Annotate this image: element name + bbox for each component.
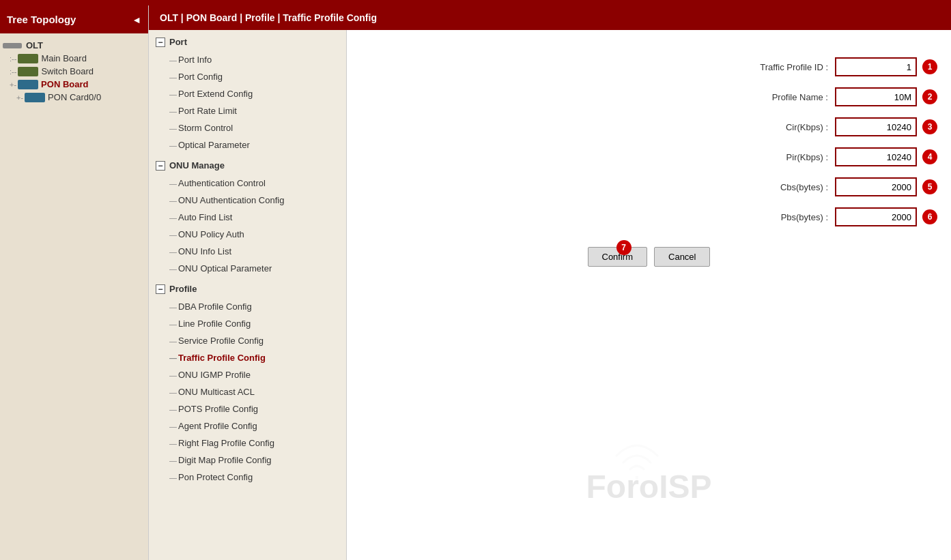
- label-profile-name: Profile Name :: [719, 92, 828, 102]
- sidebar-header: Tree Topology ◄: [0, 5, 148, 33]
- tree-container: OLT :-- Main Board :-- Switch Board +- P…: [0, 33, 148, 560]
- nav-item-onu-auth-config[interactable]: ONU Authentication Config: [149, 192, 346, 209]
- label-cir: Cir(Kbps) :: [719, 122, 828, 132]
- nav-section-port: − Port Port Info Port Config Port Extend…: [149, 33, 346, 153]
- nav-item-traffic-profile[interactable]: Traffic Profile Config: [149, 349, 346, 366]
- collapse-port-icon[interactable]: −: [156, 38, 165, 47]
- tree-item-ponboard[interactable]: +- PON Board: [3, 78, 145, 91]
- tree-label-ponboard: PON Board: [41, 79, 88, 89]
- input-profile-name[interactable]: [835, 87, 917, 106]
- label-traffic-profile-id: Traffic Profile ID :: [719, 62, 828, 72]
- nav-panel: − Port Port Info Port Config Port Extend…: [149, 30, 347, 560]
- nav-section-label-port: Port: [169, 37, 187, 47]
- form-actions: Confirm 7 Cancel: [360, 247, 937, 267]
- tree-label-mainboard: Main Board: [41, 53, 86, 63]
- sidebar: Tree Topology ◄ OLT :-- Main Board :-- S…: [0, 5, 149, 560]
- tree-label-switchboard: Switch Board: [41, 66, 94, 76]
- input-traffic-profile-id[interactable]: [835, 57, 917, 76]
- nav-item-storm-control[interactable]: Storm Control: [149, 119, 346, 136]
- nav-section-label-profile: Profile: [169, 284, 197, 294]
- label-pbs: Pbs(bytes) :: [719, 212, 828, 222]
- tree-label-olt: OLT: [26, 40, 43, 50]
- nav-item-service-profile[interactable]: Service Profile Config: [149, 332, 346, 349]
- nav-item-onu-multicast-acl[interactable]: ONU Multicast ACL: [149, 383, 346, 400]
- collapse-onu-icon[interactable]: −: [156, 161, 165, 171]
- input-cbs[interactable]: [835, 177, 917, 196]
- badge-6: 6: [922, 209, 937, 224]
- nav-item-dba-profile[interactable]: DBA Profile Config: [149, 298, 346, 315]
- badge-4: 4: [922, 149, 937, 164]
- tree-item-poncard[interactable]: +- PON Card0/0: [3, 91, 145, 104]
- input-cir[interactable]: [835, 117, 917, 136]
- nav-item-port-extend-config[interactable]: Port Extend Config: [149, 85, 346, 102]
- nav-section-label-onu-manage: ONU Manage: [169, 160, 225, 171]
- watermark-text: ForoISP: [586, 468, 711, 505]
- tree-item-olt[interactable]: OLT: [3, 39, 145, 52]
- nav-item-onu-policy-auth[interactable]: ONU Policy Auth: [149, 226, 346, 243]
- nav-item-onu-igmp-profile[interactable]: ONU IGMP Profile: [149, 366, 346, 383]
- nav-item-auth-control[interactable]: Authentication Control: [149, 175, 346, 192]
- tree-item-switchboard[interactable]: :-- Switch Board: [3, 65, 145, 78]
- input-pbs[interactable]: [835, 207, 917, 226]
- nav-section-header-port[interactable]: − Port: [149, 33, 346, 51]
- label-cbs: Cbs(bytes) :: [719, 182, 828, 192]
- badge-1: 1: [922, 59, 937, 74]
- tree-label-poncard: PON Card0/0: [48, 92, 101, 102]
- nav-item-line-profile[interactable]: Line Profile Config: [149, 315, 346, 332]
- nav-item-pots-profile[interactable]: POTS Profile Config: [149, 400, 346, 417]
- label-pir: Pir(Kbps) :: [719, 152, 828, 162]
- form-row-profile-name: Profile Name : 2: [360, 87, 937, 106]
- form-row-pbs: Pbs(bytes) : 6: [360, 207, 937, 226]
- nav-item-port-config[interactable]: Port Config: [149, 68, 346, 85]
- nav-item-onu-info-list[interactable]: ONU Info List: [149, 243, 346, 260]
- collapse-profile-icon[interactable]: −: [156, 284, 165, 294]
- nav-section-onu-manage: − ONU Manage Authentication Control ONU …: [149, 156, 346, 277]
- content-area: OLT | PON Board | Profile | Traffic Prof…: [149, 5, 951, 560]
- sidebar-title: Tree Topology: [7, 14, 76, 25]
- form-row-traffic-profile-id: Traffic Profile ID : 1: [360, 57, 937, 76]
- nav-section-header-onu-manage[interactable]: − ONU Manage: [149, 156, 346, 175]
- badge-3: 3: [922, 119, 937, 134]
- form-panel: ForoISP Traffic Profile ID : 1 Profile N…: [347, 30, 951, 560]
- nav-section-header-profile[interactable]: − Profile: [149, 280, 346, 298]
- nav-item-pon-protect[interactable]: Pon Protect Config: [149, 469, 346, 486]
- nav-item-agent-profile[interactable]: Agent Profile Config: [149, 417, 346, 434]
- nav-item-port-info[interactable]: Port Info: [149, 51, 346, 68]
- breadcrumb: OLT | PON Board | Profile | Traffic Prof…: [149, 5, 951, 30]
- input-pir[interactable]: [835, 147, 917, 166]
- watermark-wifi-icon: [610, 442, 664, 485]
- badge-7: 7: [616, 240, 631, 255]
- nav-item-onu-optical-param[interactable]: ONU Optical Parameter: [149, 260, 346, 277]
- nav-section-profile: − Profile DBA Profile Config Line Profil…: [149, 280, 346, 486]
- nav-item-optical-parameter[interactable]: Optical Parameter: [149, 136, 346, 153]
- sidebar-collapse-icon[interactable]: ◄: [132, 14, 141, 25]
- tree-item-mainboard[interactable]: :-- Main Board: [3, 52, 145, 65]
- nav-item-digit-map-profile[interactable]: Digit Map Profile Config: [149, 452, 346, 469]
- nav-item-right-flag-profile[interactable]: Right Flag Profile Config: [149, 434, 346, 452]
- badge-5: 5: [922, 179, 937, 194]
- form-row-cbs: Cbs(bytes) : 5: [360, 177, 937, 196]
- badge-2: 2: [922, 89, 937, 104]
- nav-item-port-rate-limit[interactable]: Port Rate Limit: [149, 102, 346, 119]
- form-row-cir: Cir(Kbps) : 3: [360, 117, 937, 136]
- form-row-pir: Pir(Kbps) : 4: [360, 147, 937, 166]
- nav-item-auto-find-list[interactable]: Auto Find List: [149, 209, 346, 226]
- cancel-button[interactable]: Cancel: [654, 247, 710, 267]
